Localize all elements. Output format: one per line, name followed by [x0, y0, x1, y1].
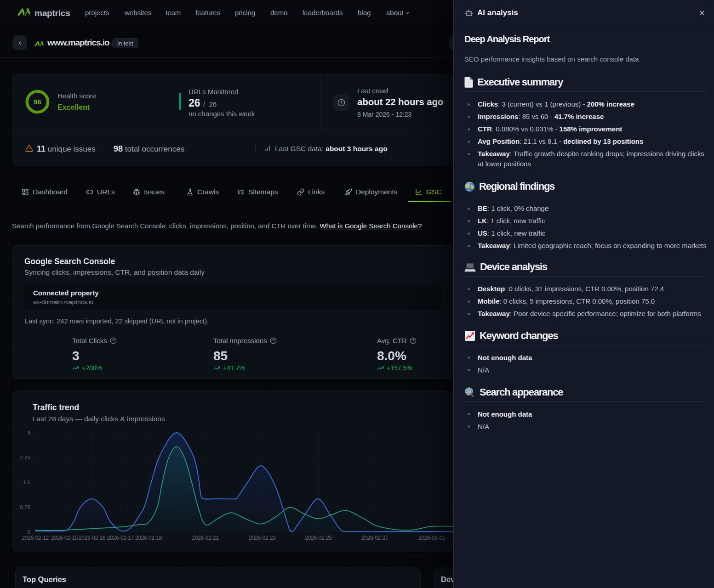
svg-text:2026-02-21: 2026-02-21 — [192, 535, 219, 541]
svg-text:0.75: 0.75 — [20, 504, 30, 510]
svg-text:3: 3 — [28, 430, 30, 435]
svg-text:96: 96 — [34, 98, 41, 106]
svg-text:2026-02-23: 2026-02-23 — [249, 535, 276, 541]
svg-text:2026-02-17: 2026-02-17 — [107, 535, 134, 541]
svg-text:2026-02-15: 2026-02-15 — [51, 535, 78, 541]
svg-text:2026-03-01: 2026-03-01 — [418, 535, 446, 541]
svg-text:2026-02-18: 2026-02-18 — [135, 535, 162, 541]
svg-text:2026-02-16: 2026-02-16 — [79, 535, 106, 541]
svg-text:2026-02-25: 2026-02-25 — [305, 535, 332, 541]
svg-text:2026-02-27: 2026-02-27 — [361, 535, 388, 541]
svg-text:1.5: 1.5 — [23, 480, 30, 485]
svg-text:2026-02-12: 2026-02-12 — [22, 535, 49, 541]
svg-text:2.25: 2.25 — [20, 455, 30, 460]
svg-text:0: 0 — [28, 529, 30, 535]
